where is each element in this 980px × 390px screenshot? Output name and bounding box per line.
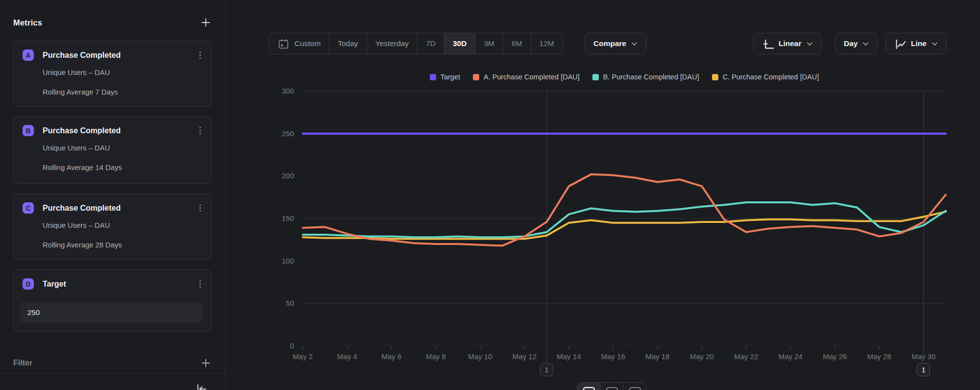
filter-title: Filter: [13, 359, 32, 367]
svg-text:May 18: May 18: [645, 352, 669, 361]
metric-badge-a: A: [23, 49, 34, 61]
legend-swatch: [712, 74, 718, 80]
range-7d[interactable]: 7D: [417, 33, 444, 54]
kebab-menu-icon[interactable]: [196, 203, 204, 214]
chevron-down-icon: [931, 42, 938, 46]
metric-measure: Unique Users – DAU: [43, 69, 204, 76]
chevron-down-icon: [807, 42, 813, 46]
collapse-sidebar-button[interactable]: [195, 383, 208, 390]
chart-legend: Target A. Purchase Completed [DAU] B. Pu…: [303, 72, 946, 82]
legend-item-c[interactable]: C. Purchase Completed [DAU]: [712, 73, 819, 81]
svg-text:May 28: May 28: [867, 352, 891, 361]
plus-icon: [201, 358, 211, 368]
svg-text:May 14: May 14: [557, 352, 581, 361]
legend-swatch: [430, 74, 436, 80]
calendar-icon: [277, 38, 290, 50]
legend-item-target[interactable]: Target: [430, 73, 460, 81]
legend-swatch: [592, 74, 599, 80]
svg-text:May 16: May 16: [601, 352, 625, 361]
range-30d[interactable]: 30D: [444, 33, 475, 54]
range-3m[interactable]: 3M: [475, 33, 503, 54]
legend-item-b[interactable]: B. Purchase Completed [DAU]: [592, 73, 699, 81]
linear-scale-icon: [762, 38, 774, 50]
range-today[interactable]: Today: [329, 33, 366, 54]
svg-text:May 22: May 22: [734, 352, 758, 361]
legend-item-a[interactable]: A. Purchase Completed [DAU]: [473, 73, 580, 81]
compare-button[interactable]: Compare: [585, 33, 646, 54]
svg-text:May 24: May 24: [779, 352, 803, 361]
metric-badge-c: C: [23, 202, 34, 214]
svg-text:0: 0: [290, 341, 294, 350]
add-filter-button[interactable]: [200, 358, 211, 368]
result-view-switcher: [577, 382, 647, 390]
svg-text:May 26: May 26: [823, 352, 847, 361]
kebab-menu-icon[interactable]: [196, 279, 204, 290]
range-6m[interactable]: 6M: [503, 33, 531, 54]
range-custom[interactable]: Custom: [269, 33, 329, 54]
target-card[interactable]: D Target: [13, 269, 212, 332]
metric-title: Purchase Completed: [43, 126, 196, 135]
add-metric-button[interactable]: [200, 17, 211, 28]
view-table-button[interactable]: [600, 383, 623, 390]
target-title: Target: [43, 280, 196, 289]
metric-badge-d: D: [23, 278, 34, 290]
svg-text:May 10: May 10: [468, 352, 492, 361]
kebab-menu-icon[interactable]: [196, 50, 204, 61]
metrics-sidebar: Metrics A Purchase Completed Unique User…: [0, 0, 226, 390]
split-view-icon: [629, 387, 641, 390]
table-view-icon: [606, 387, 618, 390]
svg-text:May 8: May 8: [426, 352, 446, 361]
metric-badge-b: B: [23, 125, 34, 136]
svg-text:100: 100: [282, 257, 294, 265]
metric-measure: Unique Users – DAU: [43, 144, 204, 152]
chart-view-icon: [583, 387, 595, 390]
legend-swatch: [473, 74, 479, 80]
line-chart[interactable]: 050100150200250300May 2May 4May 6May 8Ma…: [225, 59, 980, 390]
metric-title: Purchase Completed: [43, 51, 196, 60]
metric-rolling: Rolling Average 14 Days: [43, 164, 204, 171]
view-chart-button[interactable]: [577, 383, 600, 390]
svg-text:250: 250: [282, 129, 294, 138]
line-chart-icon: [894, 38, 906, 50]
svg-text:150: 150: [282, 214, 294, 222]
chart-type-button[interactable]: Line: [885, 33, 947, 54]
svg-text:200: 200: [282, 171, 294, 180]
granularity-button[interactable]: Day: [835, 33, 878, 54]
scale-button[interactable]: Linear: [753, 33, 822, 54]
target-value-input[interactable]: [20, 302, 203, 322]
view-split-button[interactable]: [623, 383, 646, 390]
plus-icon: [201, 18, 211, 27]
svg-text:May 2: May 2: [293, 352, 313, 361]
metric-card-c[interactable]: C Purchase Completed Unique Users – DAU …: [13, 194, 212, 260]
metric-title: Purchase Completed: [43, 204, 196, 213]
metric-rolling: Rolling Average 7 Days: [43, 88, 204, 96]
svg-text:50: 50: [286, 299, 294, 307]
collapse-left-icon: [195, 383, 208, 390]
date-range-control: Custom Today Yesterday 7D 30D 3M 6M 12M: [269, 33, 563, 54]
metric-card-a[interactable]: A Purchase Completed Unique Users – DAU …: [13, 41, 212, 107]
chevron-down-icon: [862, 42, 869, 46]
annotation-badge[interactable]: 1: [540, 363, 553, 376]
chevron-down-icon: [631, 42, 637, 46]
svg-text:May 20: May 20: [690, 352, 714, 361]
metric-rolling: Rolling Average 28 Days: [43, 241, 204, 249]
annotation-badge[interactable]: 1: [917, 363, 930, 376]
svg-text:300: 300: [282, 87, 294, 95]
svg-text:May 12: May 12: [513, 352, 537, 361]
range-12m[interactable]: 12M: [531, 33, 563, 54]
sidebar-title: Metrics: [13, 18, 42, 27]
svg-text:May 4: May 4: [337, 352, 357, 361]
kebab-menu-icon[interactable]: [196, 125, 204, 136]
svg-text:May 6: May 6: [382, 352, 402, 361]
metric-measure: Unique Users – DAU: [43, 221, 204, 229]
metric-card-b[interactable]: B Purchase Completed Unique Users – DAU …: [13, 116, 212, 184]
sidebar-divider: [0, 373, 225, 374]
range-yesterday[interactable]: Yesterday: [367, 33, 417, 54]
